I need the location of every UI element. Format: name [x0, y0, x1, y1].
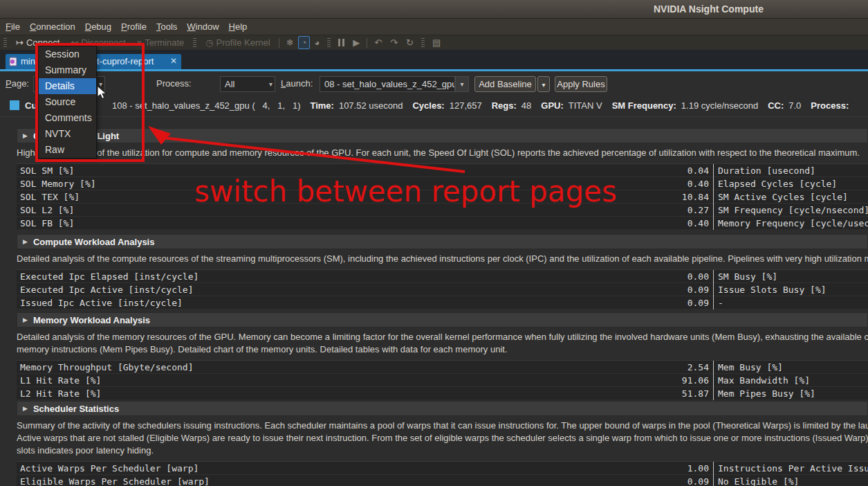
collapse-triangle-icon[interactable]: ▶	[23, 132, 28, 139]
toolbar: ↦ Connect ↤ Disconnect × Terminate ◷ Pro…	[0, 35, 868, 50]
launch-label: Launch:	[281, 78, 313, 89]
menu-item-summary[interactable]: Summary	[39, 62, 96, 78]
section-title: Compute Workload Analysis	[33, 237, 155, 247]
process-label: Process:	[156, 78, 192, 89]
add-baseline-button[interactable]: Add Baseline	[474, 76, 536, 92]
collapse-triangle-icon[interactable]: ▶	[23, 405, 28, 412]
apply-rules-button[interactable]: Apply Rules	[555, 76, 607, 92]
window-title: NVIDIA Nsight Compute	[654, 3, 764, 15]
table-row: Active Warps Per Scheduler [warp]1.00Ins…	[17, 461, 868, 474]
profile-kernel-icon: ◷	[205, 37, 213, 48]
freeze-api-icon[interactable]: ❄	[282, 37, 298, 48]
chevron-down-icon: ▾	[460, 80, 463, 88]
menu-tools[interactable]: Tools	[151, 20, 182, 33]
terminate-button: × Terminate	[131, 37, 190, 48]
profile-series-icon[interactable]: ◕	[310, 37, 324, 48]
section-description: memory instructions (Mem Pipes Busy). De…	[17, 343, 868, 356]
section-header[interactable]: ▶ Memory Workload Analysis	[17, 312, 868, 327]
mouse-cursor	[97, 85, 109, 100]
table-row: L2 Hit Rate [%]51.87Mem Pipes Busy [%]	[17, 386, 868, 399]
details-report: ▶ GPU Speed Of Light High-level overview…	[0, 116, 868, 486]
profile-kernel-button: ◷ Profile Kernel	[200, 37, 275, 48]
toolbar-grip[interactable]	[421, 38, 425, 48]
section-description: Detailed analysis of the compute resourc…	[17, 253, 868, 265]
launch-select[interactable]: 08 - set_halo_values_z_452_gpu	[320, 76, 455, 92]
terminate-icon: ×	[137, 37, 142, 48]
collapse-triangle-icon[interactable]: ▶	[23, 316, 28, 323]
section-description: slots indicates poor latency hiding.	[17, 444, 868, 457]
section-compute-workload-analysis: ▶ Compute Workload Analysis Detailed ana…	[17, 234, 868, 309]
toolbar-separator	[279, 38, 279, 48]
step-out-icon[interactable]: ↻	[402, 37, 418, 48]
launch-select-arrow[interactable]: ▾	[455, 76, 469, 92]
open-report-icon[interactable]: ▤	[428, 37, 445, 48]
menu-item-details[interactable]: Details	[39, 78, 96, 94]
menu-item-raw[interactable]: Raw	[39, 142, 96, 158]
menu-connection[interactable]: Connection	[25, 20, 80, 33]
page-dropdown-menu: Session Summary Details Source Comments …	[38, 46, 97, 159]
stat-sm-frequency: SM Frequency:1.19 cycle/nsecond	[612, 100, 758, 111]
menu-item-nvtx[interactable]: NVTX	[39, 126, 96, 142]
menu-item-source[interactable]: Source	[39, 94, 96, 110]
table-row: Eligible Warps Per Scheduler [warp]0.09N…	[17, 474, 868, 486]
menu-bar: File Connection Debug Profile Tools Wind…	[0, 19, 868, 35]
baseline-color-swatch[interactable]	[10, 100, 19, 110]
table-row: Issued Ipc Active [inst/cycle]0.09-	[17, 296, 868, 309]
add-baseline-arrow[interactable]: ▾	[537, 76, 550, 92]
chevron-down-icon: ▾	[542, 81, 545, 89]
menu-window[interactable]: Window	[182, 20, 223, 33]
menu-debug[interactable]: Debug	[80, 20, 116, 33]
report-file-icon	[9, 57, 18, 69]
table-row: L1 Hit Rate [%]91.06Max Bandwidth [%]	[17, 373, 868, 386]
annotation-text: switch between report pages	[194, 174, 617, 208]
stat-cycles: Cycles:127,657	[412, 100, 481, 111]
menu-help[interactable]: Help	[224, 20, 252, 33]
connect-icon: ↦	[16, 37, 24, 48]
metrics-table: Memory Throughput [Gbyte/second]2.54Mem …	[17, 360, 868, 399]
chevron-down-icon: ▾	[269, 77, 273, 91]
section-title: Memory Workload Analysis	[33, 315, 150, 325]
stat-cc: CC:7.0	[768, 100, 801, 111]
stat-regs: Regs:48	[492, 100, 532, 111]
auto-profile-icon[interactable]: ◔	[298, 36, 311, 49]
section-memory-workload-analysis: ▶ Memory Workload Analysis Detailed anal…	[17, 312, 868, 399]
table-row: Executed Ipc Elapsed [inst/cycle]0.00SM …	[17, 269, 868, 282]
section-title: Scheduler Statistics	[33, 404, 119, 414]
menu-profile[interactable]: Profile	[116, 20, 151, 33]
tab-label: t-cuprof-report	[97, 56, 154, 66]
stat-process: Process:	[811, 100, 853, 111]
tab-label: min	[21, 56, 35, 66]
menu-item-comments[interactable]: Comments	[39, 110, 96, 126]
toolbar-grip[interactable]	[193, 38, 196, 48]
menu-item-session[interactable]: Session	[39, 46, 96, 62]
stat-time: Time:107.52 usecond	[310, 100, 403, 111]
process-select[interactable]: All ▾	[220, 76, 275, 92]
metrics-table: Executed Ipc Elapsed [inst/cycle]0.00SM …	[17, 269, 868, 309]
section-description: Summary of the activity of the scheduler…	[17, 420, 868, 432]
table-row: Executed Ipc Active [inst/cycle]0.09Issu…	[17, 282, 868, 296]
pause-icon[interactable]	[334, 39, 349, 46]
metrics-table: Active Warps Per Scheduler [warp]1.00Ins…	[17, 461, 868, 486]
stat-gpu: GPU:TITAN V	[541, 100, 602, 111]
table-row: SOL FB [%]0.40Memory Frequency [cycle/us…	[17, 216, 868, 229]
section-header[interactable]: ▶ Scheduler Statistics	[17, 401, 868, 416]
toolbar-grip[interactable]	[3, 38, 7, 48]
step-over-icon[interactable]: ↷	[386, 37, 402, 48]
table-row: Memory Throughput [Gbyte/second]2.54Mem …	[17, 360, 868, 373]
section-header[interactable]: ▶ Compute Workload Analysis	[17, 234, 868, 249]
section-description: Detailed analysis of the memory resource…	[17, 331, 868, 343]
report-controls-row: Page: Details ▾ Process: All ▾ Launch: 0…	[0, 71, 868, 97]
tab-close-icon[interactable]: ✕	[170, 56, 177, 66]
page-label: Page:	[6, 78, 29, 89]
step-in-icon[interactable]: ↶	[370, 37, 386, 48]
window-titlebar: NVIDIA Nsight Compute	[0, 0, 868, 19]
menu-file[interactable]: File	[1, 20, 25, 33]
section-description: High-level overview of the utilization f…	[17, 147, 868, 159]
toolbar-grip[interactable]	[327, 38, 331, 48]
section-header[interactable]: ▶ GPU Speed Of Light	[17, 128, 868, 143]
section-scheduler-statistics: ▶ Scheduler Statistics Summary of the ac…	[17, 401, 868, 486]
toolbar-separator	[367, 38, 367, 48]
tab-bar: min t-cuprof-report ✕	[0, 50, 868, 71]
resume-icon[interactable]: ▶	[349, 37, 364, 48]
collapse-triangle-icon[interactable]: ▶	[23, 238, 28, 245]
